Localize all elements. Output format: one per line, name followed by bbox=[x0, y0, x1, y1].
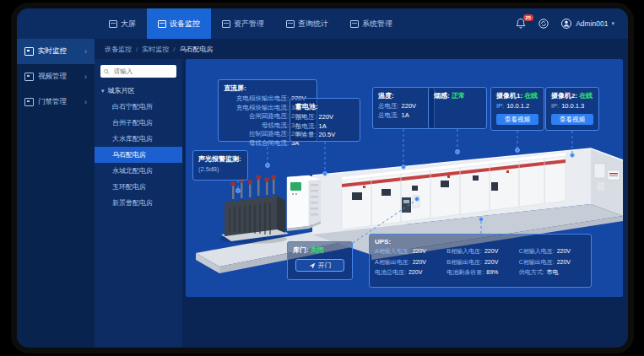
sidebar-item-video-management[interactable]: 视频管理 › bbox=[17, 64, 95, 89]
metric-label: C相输出电压: bbox=[519, 258, 555, 267]
system-settings-icon bbox=[350, 20, 359, 28]
device-marker-dot[interactable] bbox=[456, 150, 460, 154]
transformer bbox=[219, 175, 289, 244]
card-title: UPS: bbox=[375, 238, 586, 245]
device-marker-dot[interactable] bbox=[323, 172, 327, 176]
user-menu[interactable]: Admin001 ▾ bbox=[560, 18, 614, 30]
nav-tab-dashboard[interactable]: 大屏 bbox=[98, 8, 147, 39]
metric-value: 市电 bbox=[547, 268, 559, 278]
tree-item-substation[interactable]: 白石宁配电所 bbox=[95, 99, 182, 115]
nav-tab-query[interactable]: 查询统计 bbox=[275, 8, 339, 39]
chevron-right-icon: › bbox=[84, 47, 87, 56]
device-marker-dot[interactable] bbox=[402, 165, 406, 170]
left-sidebar: 实时监控 › 视频管理 › 门禁管理 › bbox=[17, 39, 95, 348]
camera1-ip: 10.0.1.2 bbox=[506, 102, 529, 111]
tree-root-node[interactable]: ▾ 城东片区 bbox=[95, 82, 182, 99]
query-stats-icon bbox=[286, 20, 295, 28]
metric-label: 供电方式: bbox=[519, 268, 544, 278]
metric-value: 20.5V bbox=[319, 131, 336, 140]
card-title: 温度: bbox=[378, 91, 429, 100]
metric-label: 剩余量: bbox=[295, 131, 317, 140]
tree-item-substation-selected[interactable]: 乌石配电房 bbox=[95, 147, 182, 163]
cabinet-display bbox=[473, 175, 479, 181]
tree-search-input[interactable] bbox=[112, 67, 173, 76]
notification-bell-icon[interactable]: 25 bbox=[515, 18, 527, 30]
camera1-status: 在线 bbox=[524, 92, 538, 100]
tree-item-substation[interactable]: 台州子配电房 bbox=[95, 115, 182, 131]
metric-label: 控制回路电压: bbox=[249, 130, 289, 139]
top-navbar: 大屏 设备监控 资产管理 查询统计 系统管理 25 bbox=[17, 8, 628, 39]
tree-item-substation[interactable]: 大水库配电房 bbox=[95, 131, 182, 147]
nav-tab-label: 资产管理 bbox=[234, 19, 264, 30]
door-label: 库门: bbox=[293, 246, 309, 254]
metric-label: 母线电流: bbox=[262, 121, 289, 131]
metric-value: 220V bbox=[557, 247, 571, 256]
dashboard-icon bbox=[109, 20, 117, 28]
metric-value: 89% bbox=[486, 268, 498, 278]
avatar-icon bbox=[560, 18, 572, 30]
notice-board bbox=[608, 170, 620, 180]
device-marker-dot[interactable] bbox=[266, 164, 270, 168]
tree-root-label: 城东片区 bbox=[108, 86, 135, 95]
metric-label: B相输入电压: bbox=[446, 247, 482, 256]
metric-label: 放电流: bbox=[295, 122, 317, 132]
view-video-button[interactable]: 查看视频 bbox=[496, 114, 538, 125]
metric-value: 220V bbox=[409, 268, 422, 278]
open-door-button[interactable]: 开门 bbox=[295, 259, 344, 272]
tree-item-substation[interactable]: 玉环配电房 bbox=[95, 179, 182, 195]
card-title: 直流屏: bbox=[224, 84, 311, 93]
device-marker-dot[interactable] bbox=[571, 154, 575, 158]
device-marker-dot[interactable] bbox=[415, 197, 419, 202]
nav-tab-assets[interactable]: 资产管理 bbox=[211, 8, 275, 39]
breadcrumb-separator: / bbox=[173, 46, 175, 53]
tree-item-substation[interactable]: 永城北配电房 bbox=[95, 163, 182, 179]
chevron-right-icon: › bbox=[84, 73, 87, 81]
metric-value: 220V bbox=[484, 247, 498, 256]
asset-icon bbox=[222, 20, 230, 28]
smoke-sensor-card: 烟感: 正常 bbox=[428, 87, 487, 129]
sidebar-item-realtime-monitor[interactable]: 实时监控 › bbox=[17, 39, 95, 64]
breadcrumb-level-1[interactable]: 设备监控 bbox=[105, 45, 132, 54]
metric-value: 220V bbox=[402, 102, 417, 111]
sidebar-item-door-access[interactable]: 门禁管理 › bbox=[17, 89, 95, 115]
camera2-ip: 10.0.1.3 bbox=[561, 102, 584, 111]
door-access-icon bbox=[24, 98, 34, 106]
metric-label: 母线合闸电流: bbox=[249, 139, 289, 148]
nav-tab-device-monitor[interactable]: 设备监控 bbox=[147, 8, 211, 39]
tree-collapse-icon: ▾ bbox=[101, 88, 105, 94]
device-marker-dot[interactable] bbox=[516, 148, 520, 153]
device-marker-dot[interactable] bbox=[236, 189, 241, 193]
metric-label: 充电模块输出电压: bbox=[236, 94, 289, 104]
metric-value: 1A bbox=[319, 122, 327, 132]
cabinet-display bbox=[441, 181, 449, 187]
tree-search-box bbox=[100, 65, 176, 78]
battery-card: 蓄电池: 放电压:220V 放电流:1A 剩余量:20.5V bbox=[290, 98, 360, 142]
card-title: 声光报警监测: bbox=[198, 154, 242, 164]
device-monitor-icon bbox=[158, 20, 166, 28]
temperature-card: 温度: 总电压:220V 总电流:1A bbox=[372, 87, 435, 129]
nav-tab-label: 查询统计 bbox=[298, 19, 328, 30]
metric-label: 电池剩余容量: bbox=[446, 268, 484, 278]
metric-label: 总电流: bbox=[378, 111, 399, 121]
card-title: 摄像机1: bbox=[496, 92, 522, 100]
search-icon bbox=[104, 68, 110, 75]
device-marker-dot[interactable] bbox=[479, 218, 484, 222]
breadcrumb-level-2[interactable]: 实时监控 bbox=[142, 45, 169, 54]
nav-tab-system[interactable]: 系统管理 bbox=[339, 8, 403, 39]
view-video-button[interactable]: 查看视频 bbox=[551, 114, 593, 125]
refresh-icon[interactable] bbox=[538, 18, 549, 30]
ups-card: UPS: A相输入电压:220V B相输入电压:220V C相输入电压:220V… bbox=[369, 234, 592, 288]
card-title: 蓄电池: bbox=[295, 102, 354, 111]
nav-tab-label: 设备监控 bbox=[170, 19, 200, 30]
nav-tab-label: 大屏 bbox=[121, 19, 136, 30]
topbar-actions: 25 Admin001 ▾ bbox=[515, 8, 628, 39]
metric-value: 220V bbox=[557, 258, 571, 267]
metric-value: 1A bbox=[402, 111, 409, 121]
metric-label: 合闸回路电压: bbox=[249, 112, 289, 121]
tree-item-substation[interactable]: 新景誉配电房 bbox=[95, 195, 182, 211]
metric-value: 220V bbox=[413, 247, 426, 256]
breadcrumb-level-3: 乌石配电房 bbox=[179, 45, 213, 54]
cabinet-screen bbox=[290, 182, 301, 191]
breadcrumb: 设备监控 / 实时监控 / 乌石配电房 bbox=[95, 39, 628, 59]
station-tree-panel: ▾ 城东片区 白石宁配电所 台州子配电房 大水库配电房 乌石配电房 永城北配电房… bbox=[95, 59, 182, 348]
